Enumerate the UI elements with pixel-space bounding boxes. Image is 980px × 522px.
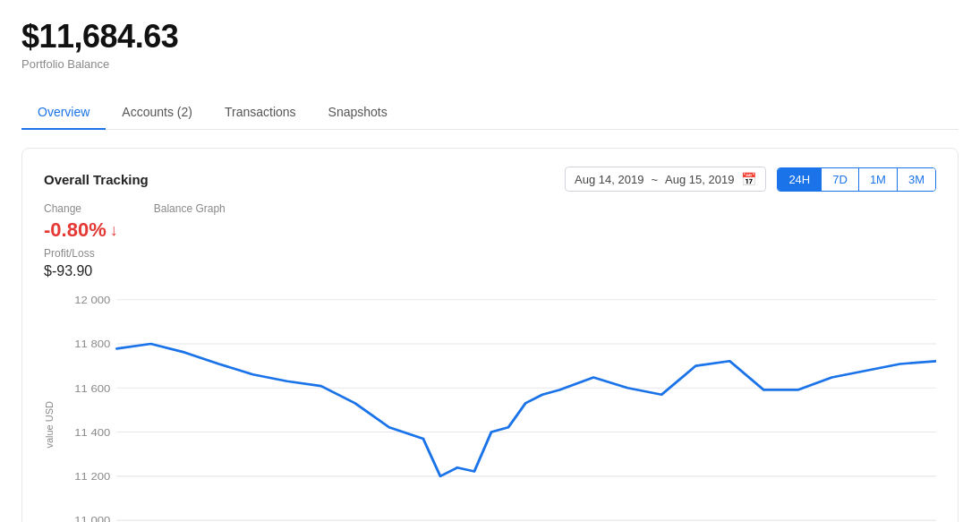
date-range-picker[interactable]: Aug 14, 2019 ~ Aug 15, 2019 📅 bbox=[565, 167, 766, 192]
chart-line bbox=[116, 344, 936, 476]
time-btn-24h[interactable]: 24H bbox=[778, 168, 822, 191]
change-value: -0.80% ↓ bbox=[44, 218, 118, 242]
balance-label: Portfolio Balance bbox=[21, 57, 959, 71]
svg-text:11 400: 11 400 bbox=[74, 426, 110, 438]
svg-text:11 200: 11 200 bbox=[74, 471, 110, 483]
tab-accounts[interactable]: Accounts (2) bbox=[106, 96, 209, 130]
svg-text:11 800: 11 800 bbox=[74, 338, 110, 350]
balance-chart: 12 000 11 800 11 600 11 400 11 200 11 00… bbox=[64, 290, 936, 522]
card-title: Overall Tracking bbox=[44, 172, 149, 187]
profit-loss-value: $-93.90 bbox=[44, 263, 95, 279]
chart-label-block: Balance Graph bbox=[154, 202, 226, 242]
date-to: Aug 15, 2019 bbox=[665, 173, 734, 186]
svg-text:11 000: 11 000 bbox=[74, 515, 110, 522]
time-btn-1m[interactable]: 1M bbox=[859, 168, 898, 191]
date-from: Aug 14, 2019 bbox=[575, 173, 643, 186]
change-stat: Change -0.80% ↓ bbox=[44, 202, 118, 242]
profit-loss-stat: Profit/Loss $-93.90 bbox=[44, 247, 95, 279]
card-controls: Aug 14, 2019 ~ Aug 15, 2019 📅 24H 7D 1M … bbox=[565, 167, 936, 192]
svg-text:11 600: 11 600 bbox=[74, 382, 110, 394]
down-arrow-icon: ↓ bbox=[110, 221, 118, 240]
profit-loss-label: Profit/Loss bbox=[44, 247, 95, 260]
svg-text:12 000: 12 000 bbox=[74, 295, 110, 306]
card-header: Overall Tracking Aug 14, 2019 ~ Aug 15, … bbox=[44, 167, 936, 192]
tab-snapshots[interactable]: Snapshots bbox=[312, 96, 404, 130]
chart-wrapper: 12 000 11 800 11 600 11 400 11 200 11 00… bbox=[64, 290, 936, 522]
tab-transactions[interactable]: Transactions bbox=[209, 96, 312, 130]
portfolio-header: $11,684.63 Portfolio Balance bbox=[21, 18, 959, 71]
tab-overview[interactable]: Overview bbox=[21, 96, 106, 130]
time-btn-3m[interactable]: 3M bbox=[898, 168, 935, 191]
chart-area: value USD 12 000 11 800 11 600 11 400 11… bbox=[44, 290, 936, 522]
nav-tabs: Overview Accounts (2) Transactions Snaps… bbox=[21, 96, 959, 130]
calendar-icon: 📅 bbox=[741, 172, 756, 186]
date-separator: ~ bbox=[651, 173, 658, 186]
balance-amount: $11,684.63 bbox=[21, 18, 959, 56]
overall-tracking-card: Overall Tracking Aug 14, 2019 ~ Aug 15, … bbox=[21, 148, 959, 522]
time-btn-7d[interactable]: 7D bbox=[822, 168, 859, 191]
balance-graph-label: Balance Graph bbox=[154, 202, 226, 215]
y-axis-label: value USD bbox=[44, 401, 55, 449]
change-label: Change bbox=[44, 202, 118, 215]
time-period-buttons: 24H 7D 1M 3M bbox=[777, 167, 936, 192]
